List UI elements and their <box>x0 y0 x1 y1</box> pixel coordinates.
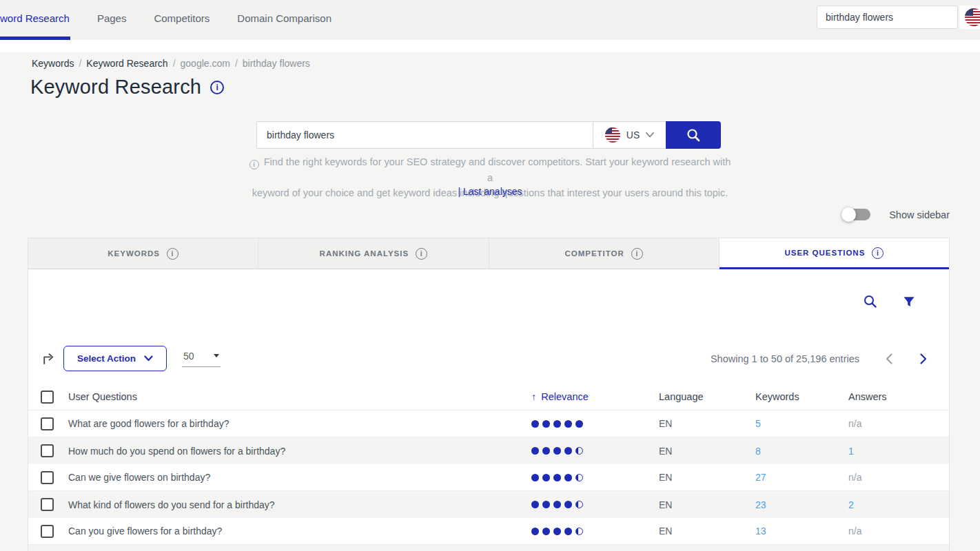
relevance-dot <box>564 474 572 481</box>
relevance-dots <box>531 528 659 535</box>
language-value: EN <box>659 526 755 537</box>
col-language[interactable]: Language <box>659 391 755 402</box>
info-icon[interactable]: i <box>872 247 884 259</box>
keywords-cell: 13 <box>755 526 848 537</box>
col-relevance[interactable]: ↑ Relevance <box>531 391 659 402</box>
tab-label: RANKING ANALYSIS <box>320 249 409 258</box>
last-analyses-link[interactable]: | Last analyses <box>0 186 980 197</box>
breadcrumb-keyword-research[interactable]: Keyword Research <box>86 58 167 69</box>
question-text: What kind of flowers do you send for a b… <box>68 499 531 510</box>
col-user-questions[interactable]: User Questions <box>68 391 531 402</box>
country-code-label: US <box>626 129 640 141</box>
keyword-research-page: word Research Pages Competitors Domain C… <box>0 0 980 551</box>
tab-keywords[interactable]: KEYWORDS i <box>28 238 258 269</box>
keywords-count-link[interactable]: 23 <box>755 499 848 510</box>
info-icon[interactable]: i <box>631 248 643 260</box>
keywords-count-link[interactable]: 8 <box>755 446 848 457</box>
filter-icon[interactable] <box>902 295 916 309</box>
keywords-cell: 8 <box>755 446 848 457</box>
keywords-count-link[interactable]: 13 <box>755 526 848 537</box>
show-sidebar-toggle[interactable] <box>843 209 870 220</box>
row-checkbox-cell <box>28 525 68 538</box>
question-text: What are good flowers for a birthday? <box>68 418 531 429</box>
keywords-cell: 5 <box>755 418 848 429</box>
table-row: How much do you spend on flowers for a b… <box>28 437 949 464</box>
row-checkbox[interactable] <box>41 525 54 538</box>
title-info-icon[interactable]: i <box>210 81 224 94</box>
relevance-dots <box>531 420 659 428</box>
table-tools <box>863 294 916 309</box>
keywords-count-link[interactable]: 27 <box>755 472 848 483</box>
answers-na: n/a <box>848 418 949 429</box>
tab-label: COMPETITOR <box>564 249 624 258</box>
breadcrumb: Keywords / Keyword Research / google.com… <box>32 58 310 69</box>
page-size-value: 50 <box>183 351 194 362</box>
relevance-dot <box>542 501 550 508</box>
page-size-select[interactable]: 50 <box>182 351 221 367</box>
country-select[interactable]: US <box>593 121 666 149</box>
export-icon[interactable] <box>41 351 57 366</box>
relevance-dot <box>575 447 583 455</box>
action-row: Select Action 50 Showing 1 to 50 of 25,1… <box>41 346 927 371</box>
relevance-dot <box>531 474 539 481</box>
row-checkbox[interactable] <box>41 498 54 511</box>
col-relevance-label: Relevance <box>541 391 589 402</box>
answers-cell: 2 <box>848 499 949 510</box>
answers-count-link[interactable]: 2 <box>848 499 949 510</box>
relevance-dot <box>553 474 561 481</box>
info-icon: i <box>249 160 259 169</box>
row-checkbox-cell <box>28 471 68 484</box>
caret-down-icon <box>214 354 219 357</box>
toggle-knob <box>841 207 856 222</box>
breadcrumb-domain[interactable]: google.com <box>181 58 230 69</box>
relevance-dot <box>564 420 572 428</box>
relevance-dot <box>575 501 583 508</box>
breadcrumb-keywords[interactable]: Keywords <box>32 58 74 69</box>
relevance-dot <box>575 474 583 481</box>
relevance-dot <box>575 528 583 535</box>
keyword-search-input[interactable] <box>256 121 593 149</box>
answers-count-link[interactable]: 1 <box>848 446 949 457</box>
keyword-search-button[interactable] <box>666 121 721 149</box>
sidebar-toggle-row: Show sidebar <box>843 209 950 220</box>
info-icon[interactable]: i <box>416 248 427 260</box>
table-row: Can we give flowers on birthday?EN27n/a <box>28 464 949 491</box>
keywords-count-link[interactable]: 5 <box>755 418 848 429</box>
nav-item-competitors[interactable]: Competitors <box>154 12 210 24</box>
table-search-icon[interactable] <box>863 294 877 309</box>
row-checkbox-cell <box>28 417 68 430</box>
select-action-button[interactable]: Select Action <box>63 346 167 371</box>
tab-label: USER QUESTIONS <box>784 249 865 257</box>
nav-item-pages[interactable]: Pages <box>97 12 127 24</box>
global-search-country[interactable] <box>959 6 980 29</box>
select-all-checkbox[interactable] <box>41 391 54 404</box>
row-checkbox[interactable] <box>41 471 54 484</box>
table-header-row: User Questions ↑ Relevance Language Keyw… <box>28 384 949 410</box>
tab-competitor[interactable]: COMPETITOR i <box>489 238 719 269</box>
nav-item-keyword-research[interactable]: word Research <box>0 12 70 24</box>
entries-summary: Showing 1 to 50 of 25,196 entries <box>711 353 859 364</box>
info-icon[interactable]: i <box>167 248 178 260</box>
relevance-dot <box>531 501 539 508</box>
keyword-search-bar: US <box>256 121 721 149</box>
relevance-dot <box>553 501 561 508</box>
header-divider-strip <box>0 40 980 52</box>
relevance-dot <box>564 501 572 508</box>
tab-ranking-analysis[interactable]: RANKING ANALYSIS i <box>258 238 489 269</box>
relevance-dot <box>542 474 550 481</box>
breadcrumb-separator: / <box>79 58 81 69</box>
nav-item-domain-comparison[interactable]: Domain Comparison <box>237 12 331 24</box>
col-answers[interactable]: Answers <box>848 391 949 402</box>
page-title: Keyword Research <box>30 76 201 98</box>
language-value: EN <box>659 499 755 510</box>
next-page-button[interactable] <box>920 353 927 364</box>
global-search-input[interactable] <box>817 6 958 29</box>
results-card: KEYWORDS i RANKING ANALYSIS i COMPETITOR… <box>28 238 950 551</box>
col-keywords[interactable]: Keywords <box>755 391 848 402</box>
row-checkbox-cell <box>28 498 68 511</box>
tab-user-questions[interactable]: USER QUESTIONS i <box>719 238 949 269</box>
prev-page-button[interactable] <box>886 353 892 364</box>
language-value: EN <box>659 418 755 429</box>
row-checkbox[interactable] <box>41 444 54 457</box>
row-checkbox[interactable] <box>41 417 54 430</box>
